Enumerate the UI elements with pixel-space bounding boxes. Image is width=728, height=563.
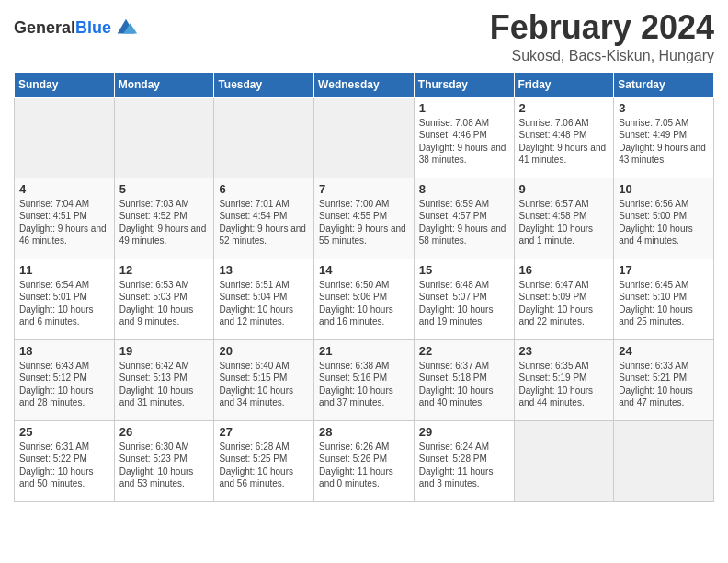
day-cell: 26Sunrise: 6:30 AM Sunset: 5:23 PM Dayli… xyxy=(114,420,214,501)
day-cell: 27Sunrise: 6:28 AM Sunset: 5:25 PM Dayli… xyxy=(214,420,314,501)
col-friday: Friday xyxy=(514,72,614,97)
day-cell: 7Sunrise: 7:00 AM Sunset: 4:55 PM Daylig… xyxy=(314,178,415,259)
week-row-2: 11Sunrise: 6:54 AM Sunset: 5:01 PM Dayli… xyxy=(15,259,714,339)
day-cell xyxy=(214,97,314,178)
col-thursday: Thursday xyxy=(414,72,514,97)
day-info: Sunrise: 6:59 AM Sunset: 4:57 PM Dayligh… xyxy=(419,198,509,247)
day-cell: 22Sunrise: 6:37 AM Sunset: 5:18 PM Dayli… xyxy=(414,339,514,420)
day-cell: 25Sunrise: 6:31 AM Sunset: 5:22 PM Dayli… xyxy=(15,420,115,501)
day-info: Sunrise: 6:56 AM Sunset: 5:00 PM Dayligh… xyxy=(619,198,709,247)
day-number: 17 xyxy=(619,263,709,277)
day-cell: 6Sunrise: 7:01 AM Sunset: 4:54 PM Daylig… xyxy=(214,178,314,259)
day-info: Sunrise: 6:28 AM Sunset: 5:25 PM Dayligh… xyxy=(219,441,309,490)
day-cell: 17Sunrise: 6:45 AM Sunset: 5:10 PM Dayli… xyxy=(614,259,714,339)
week-row-4: 25Sunrise: 6:31 AM Sunset: 5:22 PM Dayli… xyxy=(15,420,714,501)
day-info: Sunrise: 6:43 AM Sunset: 5:12 PM Dayligh… xyxy=(19,360,109,409)
day-number: 28 xyxy=(319,425,409,439)
day-number: 9 xyxy=(519,182,609,196)
logo-general: General xyxy=(14,18,75,37)
day-number: 23 xyxy=(519,344,609,358)
day-info: Sunrise: 6:47 AM Sunset: 5:09 PM Dayligh… xyxy=(519,279,609,328)
day-cell: 3Sunrise: 7:05 AM Sunset: 4:49 PM Daylig… xyxy=(614,97,714,178)
day-cell xyxy=(314,97,415,178)
day-number: 4 xyxy=(19,182,109,196)
col-wednesday: Wednesday xyxy=(314,72,415,97)
day-info: Sunrise: 6:38 AM Sunset: 5:16 PM Dayligh… xyxy=(319,360,409,409)
col-monday: Monday xyxy=(114,72,214,97)
day-number: 26 xyxy=(119,425,210,439)
day-cell: 8Sunrise: 6:59 AM Sunset: 4:57 PM Daylig… xyxy=(414,178,514,259)
day-number: 27 xyxy=(219,425,309,439)
day-number: 24 xyxy=(619,344,709,358)
day-cell: 19Sunrise: 6:42 AM Sunset: 5:13 PM Dayli… xyxy=(114,339,214,420)
day-number: 29 xyxy=(419,425,509,439)
day-cell: 21Sunrise: 6:38 AM Sunset: 5:16 PM Dayli… xyxy=(314,339,415,420)
day-number: 2 xyxy=(519,101,609,115)
day-info: Sunrise: 6:53 AM Sunset: 5:03 PM Dayligh… xyxy=(119,279,210,328)
day-cell: 13Sunrise: 6:51 AM Sunset: 5:04 PM Dayli… xyxy=(214,259,314,339)
day-number: 21 xyxy=(319,344,409,358)
day-cell: 4Sunrise: 7:04 AM Sunset: 4:51 PM Daylig… xyxy=(15,178,115,259)
col-tuesday: Tuesday xyxy=(214,72,314,97)
day-number: 6 xyxy=(219,182,309,196)
day-info: Sunrise: 7:03 AM Sunset: 4:52 PM Dayligh… xyxy=(119,198,210,247)
day-info: Sunrise: 6:40 AM Sunset: 5:15 PM Dayligh… xyxy=(219,360,309,409)
day-info: Sunrise: 6:51 AM Sunset: 5:04 PM Dayligh… xyxy=(219,279,309,328)
day-info: Sunrise: 7:01 AM Sunset: 4:54 PM Dayligh… xyxy=(219,198,309,247)
day-cell: 23Sunrise: 6:35 AM Sunset: 5:19 PM Dayli… xyxy=(514,339,614,420)
logo-icon xyxy=(113,15,139,40)
day-cell: 5Sunrise: 7:03 AM Sunset: 4:52 PM Daylig… xyxy=(114,178,214,259)
day-cell: 1Sunrise: 7:08 AM Sunset: 4:46 PM Daylig… xyxy=(414,97,514,178)
day-number: 15 xyxy=(419,263,509,277)
day-cell: 11Sunrise: 6:54 AM Sunset: 5:01 PM Dayli… xyxy=(15,259,115,339)
calendar-table: Sunday Monday Tuesday Wednesday Thursday… xyxy=(14,72,714,502)
day-cell: 28Sunrise: 6:26 AM Sunset: 5:26 PM Dayli… xyxy=(314,420,415,501)
day-info: Sunrise: 6:48 AM Sunset: 5:07 PM Dayligh… xyxy=(419,279,509,328)
day-cell: 15Sunrise: 6:48 AM Sunset: 5:07 PM Dayli… xyxy=(414,259,514,339)
day-info: Sunrise: 6:45 AM Sunset: 5:10 PM Dayligh… xyxy=(619,279,709,328)
week-row-1: 4Sunrise: 7:04 AM Sunset: 4:51 PM Daylig… xyxy=(15,178,714,259)
day-cell: 10Sunrise: 6:56 AM Sunset: 5:00 PM Dayli… xyxy=(614,178,714,259)
day-info: Sunrise: 7:00 AM Sunset: 4:55 PM Dayligh… xyxy=(319,198,409,247)
day-number: 10 xyxy=(619,182,709,196)
day-number: 18 xyxy=(19,344,109,358)
location-title: Sukosd, Bacs-Kiskun, Hungary xyxy=(490,48,714,64)
day-info: Sunrise: 6:33 AM Sunset: 5:21 PM Dayligh… xyxy=(619,360,709,409)
day-cell xyxy=(514,420,614,501)
day-info: Sunrise: 6:42 AM Sunset: 5:13 PM Dayligh… xyxy=(119,360,210,409)
month-title: February 2024 xyxy=(490,9,714,46)
col-saturday: Saturday xyxy=(614,72,714,97)
day-info: Sunrise: 6:31 AM Sunset: 5:22 PM Dayligh… xyxy=(19,441,109,490)
day-info: Sunrise: 7:06 AM Sunset: 4:48 PM Dayligh… xyxy=(519,117,609,167)
day-info: Sunrise: 6:54 AM Sunset: 5:01 PM Dayligh… xyxy=(19,279,109,328)
day-number: 16 xyxy=(519,263,609,277)
logo: GeneralBlue xyxy=(14,15,139,40)
day-cell xyxy=(114,97,214,178)
day-number: 5 xyxy=(119,182,210,196)
day-cell: 29Sunrise: 6:24 AM Sunset: 5:28 PM Dayli… xyxy=(414,420,514,501)
day-number: 8 xyxy=(419,182,509,196)
day-info: Sunrise: 6:30 AM Sunset: 5:23 PM Dayligh… xyxy=(119,441,210,490)
day-info: Sunrise: 7:04 AM Sunset: 4:51 PM Dayligh… xyxy=(19,198,109,247)
week-row-0: 1Sunrise: 7:08 AM Sunset: 4:46 PM Daylig… xyxy=(15,97,714,178)
day-number: 22 xyxy=(419,344,509,358)
day-info: Sunrise: 7:05 AM Sunset: 4:49 PM Dayligh… xyxy=(619,117,709,167)
title-area: February 2024 Sukosd, Bacs-Kiskun, Hunga… xyxy=(490,9,714,64)
day-number: 3 xyxy=(619,101,709,115)
calendar-body: 1Sunrise: 7:08 AM Sunset: 4:46 PM Daylig… xyxy=(15,97,714,501)
day-cell: 16Sunrise: 6:47 AM Sunset: 5:09 PM Dayli… xyxy=(514,259,614,339)
header-row: Sunday Monday Tuesday Wednesday Thursday… xyxy=(15,72,714,97)
col-sunday: Sunday xyxy=(15,72,115,97)
calendar-header: Sunday Monday Tuesday Wednesday Thursday… xyxy=(15,72,714,97)
day-cell: 24Sunrise: 6:33 AM Sunset: 5:21 PM Dayli… xyxy=(614,339,714,420)
day-info: Sunrise: 6:57 AM Sunset: 4:58 PM Dayligh… xyxy=(519,198,609,247)
day-cell: 2Sunrise: 7:06 AM Sunset: 4:48 PM Daylig… xyxy=(514,97,614,178)
day-info: Sunrise: 6:35 AM Sunset: 5:19 PM Dayligh… xyxy=(519,360,609,409)
day-number: 19 xyxy=(119,344,210,358)
day-info: Sunrise: 6:24 AM Sunset: 5:28 PM Dayligh… xyxy=(419,441,509,490)
day-info: Sunrise: 6:26 AM Sunset: 5:26 PM Dayligh… xyxy=(319,441,409,490)
day-cell: 9Sunrise: 6:57 AM Sunset: 4:58 PM Daylig… xyxy=(514,178,614,259)
logo-blue: Blue xyxy=(75,18,111,37)
day-number: 14 xyxy=(319,263,409,277)
day-number: 7 xyxy=(319,182,409,196)
